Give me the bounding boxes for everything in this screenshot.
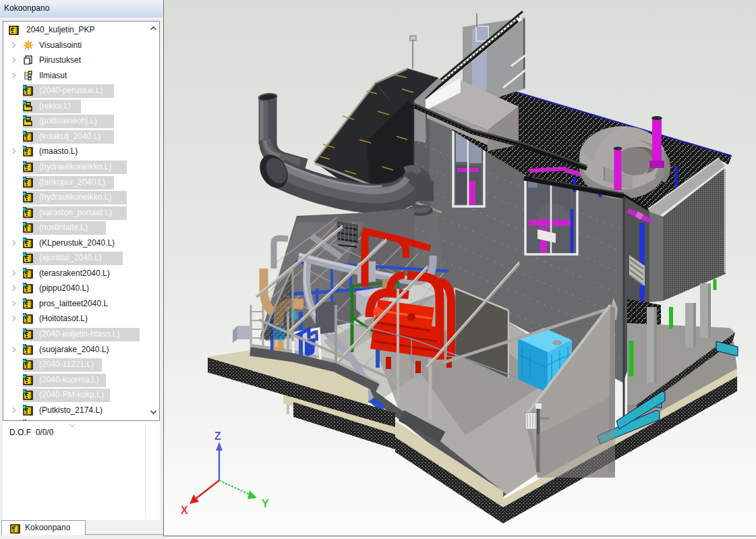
svg-text:Y: Y (262, 498, 269, 509)
svg-text:X: X (181, 505, 188, 516)
svg-text:Z: Z (214, 430, 221, 442)
